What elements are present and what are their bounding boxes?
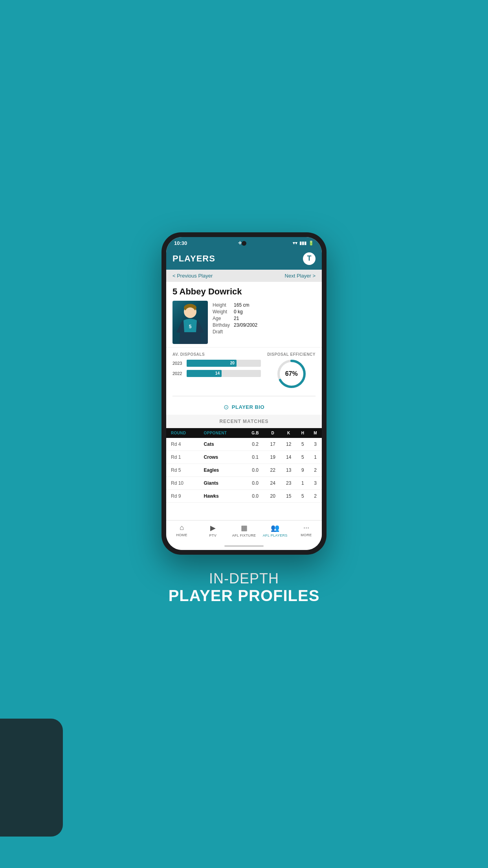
- promo-text: IN-DEPTH PLAYER PROFILES: [169, 570, 320, 605]
- age-label: Age: [213, 316, 230, 321]
- wifi-icon: ▾▾: [293, 241, 297, 246]
- app-header: PLAYERS T: [166, 248, 322, 270]
- more-icon: ···: [303, 524, 309, 532]
- cell-h: 9: [297, 463, 309, 476]
- telstra-logo: T: [303, 252, 316, 265]
- cell-round: Rd 4: [166, 438, 202, 451]
- stats-row: AV. DISPOSALS 2023 20 2022: [172, 352, 316, 390]
- col-h: H: [297, 428, 309, 438]
- cell-d: 19: [265, 451, 281, 463]
- player-bio-row[interactable]: ⊙ PLAYER BIO: [166, 399, 322, 415]
- cell-k: 13: [281, 463, 296, 476]
- cell-h: 5: [297, 438, 309, 451]
- players-label: AFL PLAYERS: [263, 533, 288, 537]
- cell-d: 22: [265, 463, 281, 476]
- matches-tbody: Rd 4 Cats 0.2 17 12 5 3 Rd 1 Crows 0.1 1…: [166, 438, 322, 503]
- nav-ptv[interactable]: ▶ PTV: [197, 524, 228, 537]
- next-player-button[interactable]: Next Player >: [285, 273, 316, 279]
- table-row: Rd 9 Hawks 0.0 20 15 5 2: [166, 489, 322, 502]
- bar-value-2023: 20: [230, 361, 235, 365]
- bar-value-2022: 14: [215, 371, 220, 375]
- cell-opponent: Giants: [202, 476, 246, 489]
- bar-year-2023: 2023: [172, 361, 184, 366]
- svg-point-2: [185, 307, 195, 318]
- player-silhouette-svg: 5: [172, 301, 208, 344]
- cell-gb: 0.2: [246, 438, 265, 451]
- home-indicator: [166, 542, 322, 550]
- nav-afl-players[interactable]: 👥 AFL PLAYERS: [260, 524, 291, 537]
- home-icon: ⌂: [180, 524, 184, 532]
- cell-round: Rd 10: [166, 476, 202, 489]
- scroll-content[interactable]: 5 Abbey Dowrick: [166, 282, 322, 520]
- fixture-label: AFL FIXTURE: [232, 533, 256, 537]
- bar-fill-2022: 14: [187, 370, 222, 377]
- cell-h: 5: [297, 451, 309, 463]
- efficiency-text: 67%: [285, 370, 298, 377]
- bio-label: PLAYER BIO: [232, 404, 264, 410]
- disposal-eff-label: DISPOSAL EFFICIENCY: [267, 352, 316, 357]
- cell-gb: 0.0: [246, 463, 265, 476]
- section-divider: [172, 396, 316, 396]
- home-label: HOME: [176, 533, 187, 537]
- height-value: 165 cm: [234, 302, 316, 308]
- col-k: K: [281, 428, 296, 438]
- cell-h: 1: [297, 476, 309, 489]
- bar-track-2022: 14: [187, 370, 261, 377]
- cell-m: 3: [309, 476, 322, 489]
- player-details: Height 165 cm Weight 0 kg Age 21 Birthda…: [213, 301, 316, 335]
- battery-icon: 🔋: [308, 241, 314, 246]
- bar-track-2023: 20: [187, 360, 261, 367]
- phone-shell: 10:30 ✛ ▾▾ ▮▮▮ 🔋 PLAYERS T < Previous Pl…: [161, 232, 327, 555]
- cell-m: 2: [309, 463, 322, 476]
- promo-line2: PLAYER PROFILES: [169, 587, 320, 605]
- bottom-nav: ⌂ HOME ▶ PTV ▦ AFL FIXTURE 👥 AFL PLAYERS…: [166, 520, 322, 542]
- cell-k: 23: [281, 476, 296, 489]
- player-nav: < Previous Player Next Player >: [166, 270, 322, 282]
- app-title: PLAYERS: [172, 254, 215, 264]
- col-opponent: OPPONENT: [202, 428, 246, 438]
- col-m: M: [309, 428, 322, 438]
- cell-m: 1: [309, 451, 322, 463]
- col-gb: G.B: [246, 428, 265, 438]
- disposal-efficiency: DISPOSAL EFFICIENCY 67%: [267, 352, 316, 390]
- cell-k: 15: [281, 489, 296, 502]
- draft-value: [234, 329, 316, 335]
- table-row: Rd 4 Cats 0.2 17 12 5 3: [166, 438, 322, 451]
- nav-home[interactable]: ⌂ HOME: [166, 524, 197, 537]
- nav-afl-fixture[interactable]: ▦ AFL FIXTURE: [228, 524, 259, 537]
- cell-opponent: Cats: [202, 438, 246, 451]
- age-value: 21: [234, 316, 316, 321]
- promo-line1: IN-DEPTH: [169, 570, 320, 587]
- nav-more[interactable]: ··· MORE: [291, 524, 322, 537]
- more-label: MORE: [301, 533, 312, 537]
- cell-opponent: Hawks: [202, 489, 246, 502]
- stats-section: AV. DISPOSALS 2023 20 2022: [166, 347, 322, 393]
- recent-matches-title: RECENT MATCHES: [166, 415, 322, 428]
- prev-player-button[interactable]: < Previous Player: [172, 273, 213, 279]
- matches-header-row: ROUND OPPONENT G.B D K H M: [166, 428, 322, 438]
- phone-screen: 10:30 ✛ ▾▾ ▮▮▮ 🔋 PLAYERS T < Previous Pl…: [166, 237, 322, 550]
- col-d: D: [265, 428, 281, 438]
- cell-m: 3: [309, 438, 322, 451]
- cell-round: Rd 1: [166, 451, 202, 463]
- ptv-label: PTV: [209, 533, 216, 537]
- cell-gb: 0.0: [246, 476, 265, 489]
- cell-d: 24: [265, 476, 281, 489]
- matches-table: ROUND OPPONENT G.B D K H M Rd 4 Cats 0.: [166, 428, 322, 503]
- bar-row-2023: 2023 20: [172, 360, 261, 367]
- status-time: 10:30: [174, 240, 187, 246]
- av-disposals-label: AV. DISPOSALS: [172, 352, 261, 357]
- cell-k: 12: [281, 438, 296, 451]
- camera-notch: [242, 241, 246, 246]
- cell-d: 17: [265, 438, 281, 451]
- recent-matches-section: RECENT MATCHES ROUND OPPONENT G.B D K H …: [166, 415, 322, 503]
- cell-gb: 0.0: [246, 489, 265, 502]
- efficiency-circle: 67%: [276, 358, 307, 390]
- player-info-row: 5 Height 165 cm Weight 0 kg Age 21 Birth…: [172, 301, 316, 344]
- draft-label: Draft: [213, 329, 230, 335]
- player-header: 5 Abbey Dowrick: [166, 282, 322, 347]
- av-disposals: AV. DISPOSALS 2023 20 2022: [172, 352, 261, 380]
- bio-icon: ⊙: [224, 403, 229, 411]
- svg-text:5: 5: [189, 324, 192, 329]
- second-phone-partial: [0, 719, 63, 837]
